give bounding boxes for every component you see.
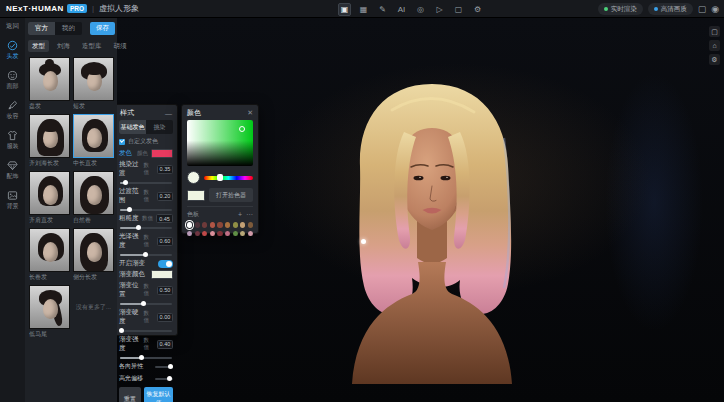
segment-official[interactable]: 官方: [28, 22, 55, 35]
value-chip[interactable]: 0.20: [157, 192, 173, 201]
slider-knob[interactable]: [141, 301, 146, 306]
sv-picker-dot[interactable]: [239, 126, 245, 132]
palette-color[interactable]: [187, 231, 192, 237]
light-control-point[interactable]: [361, 239, 366, 244]
quality-mode-pill[interactable]: 高清画质: [648, 3, 693, 15]
rail-item-accessories[interactable]: 配饰: [0, 160, 25, 181]
value-chip[interactable]: 0.45: [156, 214, 173, 223]
slider-knob[interactable]: [167, 376, 172, 381]
value-chip[interactable]: 0.35: [157, 165, 173, 174]
close-icon[interactable]: ✕: [247, 109, 253, 117]
slider-knob[interactable]: [123, 180, 128, 185]
hairstyle-thumb[interactable]: 自然卷: [73, 171, 114, 225]
screenshot-icon[interactable]: ▢: [698, 4, 707, 14]
render-mode-pill[interactable]: 实时渲染: [598, 3, 643, 15]
save-button[interactable]: 保存: [90, 22, 115, 35]
palette-color[interactable]: [217, 222, 222, 228]
slider-knob[interactable]: [143, 252, 148, 257]
minimize-icon[interactable]: —: [165, 110, 172, 117]
slider[interactable]: [120, 303, 172, 305]
palette-color[interactable]: [233, 222, 238, 228]
gradient-toggle[interactable]: [158, 260, 173, 268]
palette-color[interactable]: [202, 231, 207, 237]
slider[interactable]: [120, 209, 172, 211]
display-tool-icon[interactable]: ▢: [452, 3, 465, 16]
hairstyle-thumb[interactable]: 短发: [73, 57, 114, 111]
reset-button[interactable]: 重置: [119, 387, 141, 402]
value-chip[interactable]: 0.00: [157, 313, 173, 322]
rail-item-makeup[interactable]: 妆容: [0, 100, 25, 121]
palette-color[interactable]: [195, 222, 200, 228]
hue-knob[interactable]: [217, 174, 223, 181]
tab-hairstyle[interactable]: 发型: [28, 40, 49, 52]
hairstyle-thumb[interactable]: 齐刘海长发: [29, 114, 70, 168]
hairstyle-thumb[interactable]: 长卷发: [29, 228, 70, 282]
settings-tool-icon[interactable]: ⚙: [471, 3, 484, 16]
mini-slider[interactable]: [155, 378, 173, 380]
custom-color-checkbox[interactable]: 自定义发色: [119, 137, 173, 146]
slider[interactable]: [120, 357, 172, 359]
hairstyle-thumb[interactable]: 低马尾: [29, 285, 70, 339]
tab-beard[interactable]: 胡须: [110, 40, 131, 52]
palette-color[interactable]: [195, 231, 200, 237]
hairstyle-thumb[interactable]: 齐肩直发: [29, 171, 70, 225]
palette-color[interactable]: [210, 222, 215, 228]
palette-color[interactable]: [240, 231, 245, 237]
slider-knob[interactable]: [119, 328, 124, 333]
avatar-tool-icon[interactable]: ▣: [338, 3, 351, 16]
slider[interactable]: [120, 227, 172, 229]
rail-item-face[interactable]: 面部: [0, 70, 25, 91]
palette-color[interactable]: [225, 222, 230, 228]
palette-color[interactable]: [233, 231, 238, 237]
edit-tool-icon[interactable]: ✎: [376, 3, 389, 16]
palette-color[interactable]: [217, 231, 222, 237]
hairstyle-thumb[interactable]: 侧分长发: [73, 228, 114, 282]
slider[interactable]: [120, 330, 172, 332]
slider-knob[interactable]: [136, 225, 141, 230]
value-chip[interactable]: 0.50: [157, 286, 173, 295]
hair-color-swatch[interactable]: [151, 149, 173, 158]
tab-highlight-dye[interactable]: 挑染: [146, 120, 173, 134]
rail-item-clothing[interactable]: 服装: [0, 130, 25, 151]
hairstyle-thumb[interactable]: 盘发: [29, 57, 70, 111]
palette-color[interactable]: [202, 222, 207, 228]
hairstyle-thumb-selected[interactable]: 中长直发: [73, 114, 114, 168]
back-button[interactable]: 返回: [0, 18, 25, 31]
slider[interactable]: [120, 182, 172, 184]
ai-tool-icon[interactable]: AI: [395, 3, 408, 16]
tab-bangs[interactable]: 刘海: [53, 40, 74, 52]
assets-tool-icon[interactable]: ▦: [357, 3, 370, 16]
palette-color[interactable]: [225, 231, 230, 237]
palette-menu-icon[interactable]: ⋯: [246, 212, 253, 218]
palette-color[interactable]: [248, 231, 253, 237]
rail-item-hair[interactable]: 头发: [0, 40, 25, 61]
add-color-icon[interactable]: +: [238, 212, 242, 218]
gradient-color-swatch[interactable]: [151, 270, 173, 279]
thumb-label: 中长直发: [73, 158, 114, 168]
eyedropper-button[interactable]: 打开拾色器: [209, 188, 253, 202]
slider-knob[interactable]: [139, 355, 144, 360]
palette-color[interactable]: [248, 222, 253, 228]
reset-view-button[interactable]: ⌂: [709, 40, 720, 51]
slider-knob[interactable]: [127, 207, 132, 212]
tab-style-library[interactable]: 造型库: [78, 40, 106, 52]
palette-color[interactable]: [240, 222, 245, 228]
view-settings-button[interactable]: ⚙: [709, 54, 720, 65]
rail-item-background[interactable]: 背景: [0, 190, 25, 211]
record-icon[interactable]: ◉: [711, 4, 719, 14]
restore-defaults-button[interactable]: 恢复默认值: [144, 387, 173, 402]
hue-slider[interactable]: [204, 176, 253, 180]
value-chip[interactable]: 0.60: [157, 237, 173, 246]
slider[interactable]: [120, 254, 172, 256]
slider-knob[interactable]: [168, 364, 173, 369]
saturation-value-box[interactable]: [187, 120, 253, 166]
palette-color[interactable]: [210, 231, 215, 237]
animation-tool-icon[interactable]: ▷: [433, 3, 446, 16]
capture-tool-icon[interactable]: ◎: [414, 3, 427, 16]
segment-mine[interactable]: 我的: [55, 22, 82, 35]
value-chip[interactable]: 0.40: [157, 340, 173, 349]
fullscreen-button[interactable]: ▢: [709, 26, 720, 37]
mini-slider[interactable]: [155, 366, 173, 368]
tab-base-color[interactable]: 基础发色: [119, 120, 146, 134]
palette-color[interactable]: [187, 222, 192, 228]
